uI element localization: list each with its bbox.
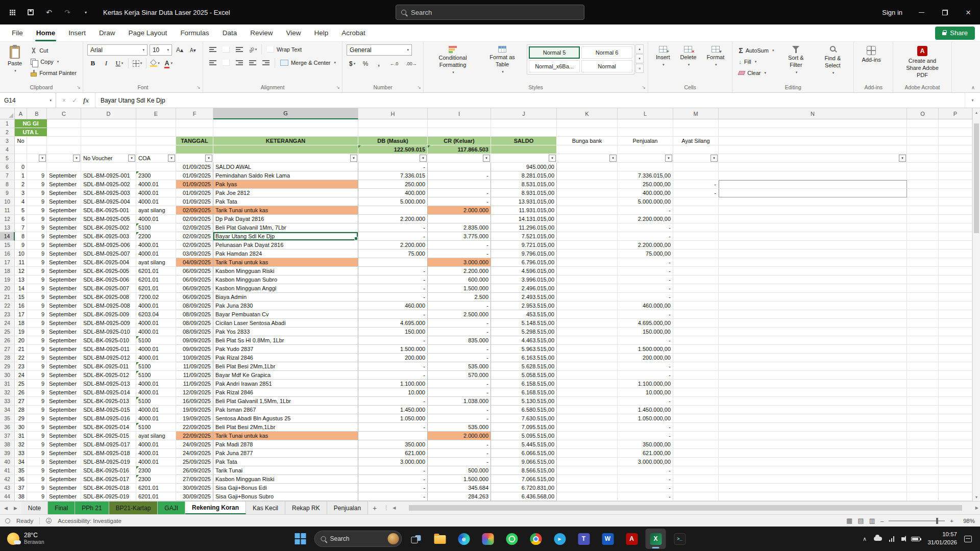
row-header-1[interactable]: 1 xyxy=(0,119,15,128)
cell-I43[interactable]: 345.684 xyxy=(428,484,491,492)
page-layout-view-button[interactable]: ▤ xyxy=(857,517,864,524)
cell-B10[interactable]: 9 xyxy=(27,197,47,206)
cell-E1[interactable] xyxy=(136,119,176,128)
cell-P17[interactable] xyxy=(939,258,972,267)
cell-I12[interactable] xyxy=(428,215,491,223)
cell-D18[interactable]: SDL-BK-0925-005 xyxy=(81,267,136,276)
cell-E31[interactable]: 4000.01 xyxy=(136,380,176,388)
top-align-button[interactable] xyxy=(207,44,218,55)
cell-E32[interactable]: 4000.01 xyxy=(136,388,176,397)
cell-M23[interactable] xyxy=(673,310,719,319)
wrap-text-button[interactable]: Wrap Text xyxy=(265,44,304,55)
cell-H29[interactable]: - xyxy=(358,362,428,371)
cell-A25[interactable]: 19 xyxy=(15,328,27,336)
cell-D26[interactable]: SDL-BK-0925-010 xyxy=(81,336,136,345)
cell-G1[interactable] xyxy=(213,119,358,128)
select-all-button[interactable] xyxy=(0,108,15,119)
cell-B22[interactable]: 9 xyxy=(27,302,47,310)
cell-G8[interactable]: Pak Iyas xyxy=(213,180,358,189)
cell-N32[interactable] xyxy=(719,388,907,397)
menu-tab-draw[interactable]: Draw xyxy=(92,24,122,41)
cell-O11[interactable] xyxy=(907,206,939,215)
cell-M33[interactable] xyxy=(673,397,719,406)
column-header-P[interactable]: P xyxy=(939,108,972,119)
cell-P7[interactable] xyxy=(939,171,972,180)
row-header-27[interactable]: 27 xyxy=(0,345,15,354)
cell-N8[interactable] xyxy=(719,180,907,189)
row-header-37[interactable]: 37 xyxy=(0,432,15,440)
cell-C14[interactable]: September xyxy=(47,232,81,241)
cell-E12[interactable]: 4000.01 xyxy=(136,215,176,223)
cell-N26[interactable] xyxy=(719,336,907,345)
cell-G13[interactable]: Beli Plat Galvanil 1Mm, 7Lbr xyxy=(213,223,358,232)
cell-L30[interactable]: - xyxy=(618,371,673,380)
row-header-4[interactable]: 4 xyxy=(0,145,15,154)
cell-K18[interactable] xyxy=(557,267,618,276)
cell-K26[interactable] xyxy=(557,336,618,345)
cell-style-option-2[interactable]: Normal 6 xyxy=(581,46,632,59)
row-header-16[interactable]: 16 xyxy=(0,249,15,258)
cell-F19[interactable]: 06/09/2025 xyxy=(176,276,213,284)
cell-L15[interactable]: 2.200.000,00 xyxy=(618,241,673,249)
cell-K1[interactable] xyxy=(557,119,618,128)
column-header-F[interactable]: F xyxy=(176,108,213,119)
cell-I3[interactable]: CR (Keluar) xyxy=(428,137,491,145)
cell-F6[interactable]: 01/09/2025 xyxy=(176,163,213,171)
cell-E24[interactable]: 4000.01 xyxy=(136,319,176,328)
cell-F1[interactable] xyxy=(176,119,213,128)
cell-A18[interactable]: 12 xyxy=(15,267,27,276)
clear-button[interactable]: Clear▾ xyxy=(737,68,776,78)
delete-cells-button[interactable]: × Delete▾ xyxy=(677,44,700,68)
cell-J2[interactable] xyxy=(491,128,557,137)
italic-button[interactable]: I xyxy=(101,58,112,68)
cell-K8[interactable] xyxy=(557,180,618,189)
cell-B14[interactable]: 9 xyxy=(27,232,47,241)
cell-K7[interactable] xyxy=(557,171,618,180)
cell-M14[interactable] xyxy=(673,232,719,241)
page-break-view-button[interactable]: ▥ xyxy=(869,517,875,524)
cell-H33[interactable]: - xyxy=(358,397,428,406)
cell-N12[interactable] xyxy=(719,215,907,223)
cell-O9[interactable] xyxy=(907,189,939,197)
cell-P22[interactable] xyxy=(939,302,972,310)
cell-C35[interactable]: September xyxy=(47,414,81,423)
cell-J39[interactable]: 6.066.515,00 xyxy=(491,449,557,458)
cell-D38[interactable]: SDL-BM-0925-017 xyxy=(81,440,136,449)
cell-J31[interactable]: 6.158.515,00 xyxy=(491,380,557,388)
cell-I2[interactable] xyxy=(428,128,491,137)
cell-A12[interactable]: 6 xyxy=(15,215,27,223)
cell-D3[interactable] xyxy=(81,137,136,145)
cell-P43[interactable] xyxy=(939,484,972,492)
cell-I20[interactable]: 1.500.000 xyxy=(428,284,491,293)
cell-A8[interactable]: 2 xyxy=(15,180,27,189)
filter-button-J5[interactable]: ▾ xyxy=(549,155,556,162)
cell-L16[interactable]: 75.000,00 xyxy=(618,249,673,258)
cell-D1[interactable] xyxy=(81,119,136,128)
cell-H12[interactable]: 2.200.000 xyxy=(358,215,428,223)
cell-A22[interactable]: 16 xyxy=(15,302,27,310)
menu-tab-help[interactable]: Help xyxy=(307,24,335,41)
borders-button[interactable]: ▾ xyxy=(132,58,143,68)
cell-M13[interactable] xyxy=(673,223,719,232)
increase-indent-button[interactable] xyxy=(260,58,272,68)
row-header-30[interactable]: 30 xyxy=(0,371,15,380)
cell-G31[interactable]: Pak Andri Irawan 2851 xyxy=(213,380,358,388)
cell-L29[interactable]: - xyxy=(618,362,673,371)
cell-P21[interactable] xyxy=(939,293,972,302)
cell-G19[interactable]: Kasbon Mingguan Subro xyxy=(213,276,358,284)
cell-O4[interactable] xyxy=(907,145,939,154)
row-header-43[interactable]: 43 xyxy=(0,484,15,492)
cell-J29[interactable]: 5.628.515,00 xyxy=(491,362,557,371)
cell-F17[interactable]: 04/09/2025 xyxy=(176,258,213,267)
cell-E38[interactable]: 4000.01 xyxy=(136,440,176,449)
cell-I18[interactable]: 2.200.000 xyxy=(428,267,491,276)
cell-B24[interactable]: 9 xyxy=(27,319,47,328)
cell-H40[interactable]: 3.000.000 xyxy=(358,458,428,466)
cell-M20[interactable] xyxy=(673,284,719,293)
row-header-15[interactable]: 15 xyxy=(0,241,15,249)
sheet-tab-rekening-koran[interactable]: Rekening Koran xyxy=(185,502,246,514)
scroll-left-button[interactable]: ◀ xyxy=(393,506,396,510)
cell-L17[interactable]: - xyxy=(618,258,673,267)
cell-M11[interactable] xyxy=(673,206,719,215)
column-header-A[interactable]: A xyxy=(15,108,27,119)
